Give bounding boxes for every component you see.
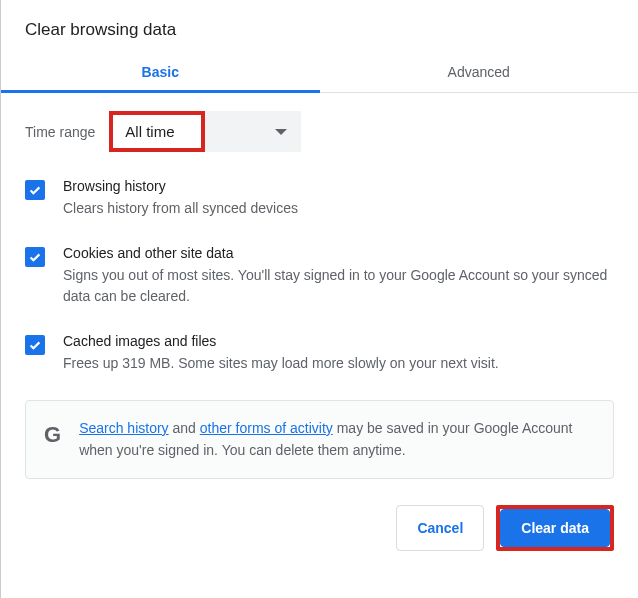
item-cached: Cached images and files Frees up 319 MB.…: [25, 333, 614, 374]
check-icon: [28, 183, 42, 197]
tabs: Basic Advanced: [1, 50, 638, 93]
checkbox-cached[interactable]: [25, 335, 45, 355]
item-text: Cached images and files Frees up 319 MB.…: [63, 333, 499, 374]
dialog-body: Time range All time Browsing history Cle…: [1, 93, 638, 479]
time-range-select[interactable]: All time: [109, 111, 301, 152]
cancel-button[interactable]: Cancel: [396, 505, 484, 551]
item-desc: Clears history from all synced devices: [63, 198, 298, 219]
item-title: Cached images and files: [63, 333, 499, 349]
info-text: Search history and other forms of activi…: [79, 417, 595, 462]
checkbox-browsing-history[interactable]: [25, 180, 45, 200]
check-icon: [28, 338, 42, 352]
item-browsing-history: Browsing history Clears history from all…: [25, 178, 614, 219]
item-desc: Frees up 319 MB. Some sites may load mor…: [63, 353, 499, 374]
time-range-dropdown-ext[interactable]: [205, 111, 301, 152]
item-text: Browsing history Clears history from all…: [63, 178, 298, 219]
info-mid1: and: [169, 420, 200, 436]
item-title: Browsing history: [63, 178, 298, 194]
item-desc: Signs you out of most sites. You'll stay…: [63, 265, 614, 307]
google-g-icon: G: [44, 417, 61, 452]
item-cookies: Cookies and other site data Signs you ou…: [25, 245, 614, 307]
check-icon: [28, 250, 42, 264]
checklist: Browsing history Clears history from all…: [25, 178, 614, 374]
checkbox-cookies[interactable]: [25, 247, 45, 267]
dialog-footer: Cancel Clear data: [1, 479, 638, 551]
chevron-down-icon: [275, 129, 287, 135]
clear-data-button[interactable]: Clear data: [500, 509, 610, 547]
time-range-label: Time range: [25, 124, 95, 140]
dialog-title: Clear browsing data: [1, 0, 638, 50]
time-range-row: Time range All time: [25, 111, 614, 152]
tab-basic[interactable]: Basic: [1, 50, 320, 92]
item-text: Cookies and other site data Signs you ou…: [63, 245, 614, 307]
item-title: Cookies and other site data: [63, 245, 614, 261]
google-info-box: G Search history and other forms of acti…: [25, 400, 614, 479]
link-other-activity[interactable]: other forms of activity: [200, 420, 333, 436]
clear-browsing-data-dialog: Clear browsing data Basic Advanced Time …: [0, 0, 638, 598]
tab-advanced[interactable]: Advanced: [320, 50, 639, 92]
link-search-history[interactable]: Search history: [79, 420, 168, 436]
clear-data-highlight: Clear data: [496, 505, 614, 551]
time-range-value[interactable]: All time: [109, 111, 205, 152]
